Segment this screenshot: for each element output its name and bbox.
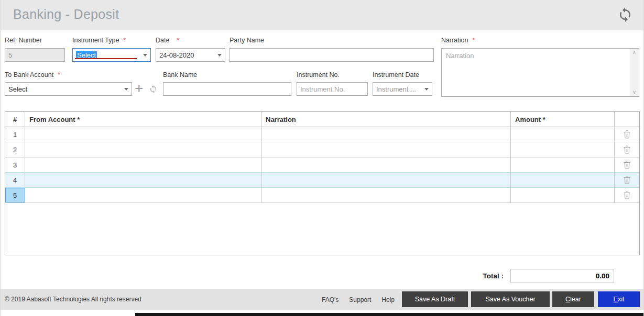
table-row: 3 [5,157,639,173]
refresh-icon[interactable] [617,7,633,22]
banking-deposit-window: Banking - Deposit Ref. Number Instrument… [0,0,644,316]
table-row-selected: 5 [5,188,639,203]
header-bar: Banking - Deposit [1,0,643,30]
scrollbar[interactable]: ∧ ∨ [630,49,639,96]
save-as-voucher-button[interactable]: Save As Voucher [471,291,550,307]
narration-cell[interactable] [261,127,511,142]
instrument-date-dropdown[interactable]: Instrument ... [373,82,432,96]
save-as-draft-button[interactable]: Save As Draft [402,291,468,307]
instrument-type-dropdown[interactable]: Select [72,48,151,62]
grid-header-row: # From Account * Narration Amount * [5,112,639,127]
clear-button[interactable]: Clear [552,291,594,307]
date-label: Date* [156,37,179,44]
party-name-label: Party Name [230,37,264,44]
scroll-down-icon[interactable]: ∨ [632,90,636,95]
reload-accounts-icon[interactable] [149,85,158,94]
add-account-icon[interactable]: + [135,81,143,96]
row-selector-cell[interactable]: 4 [5,173,25,187]
bank-name-input[interactable] [163,82,291,96]
instrument-no-input[interactable] [297,82,368,96]
delete-row-button[interactable] [615,142,639,157]
chevron-down-icon [217,54,222,57]
date-dropdown[interactable]: 24-08-2020 [156,48,225,62]
bank-name-label: Bank Name [163,71,197,78]
row-selector-cell[interactable]: 1 [5,127,25,142]
delete-row-button[interactable] [615,127,639,142]
delete-row-button[interactable] [615,188,639,202]
delete-row-button[interactable] [615,157,639,172]
validation-error-underline [75,58,137,59]
from-account-cell[interactable] [25,173,261,187]
trash-icon [623,191,631,199]
table-row: 2 [5,142,639,157]
trash-icon [623,161,631,169]
col-header-from-account: From Account * [25,112,261,127]
amount-cell[interactable] [511,188,615,202]
to-bank-account-dropdown[interactable]: Select [5,82,132,96]
total-input [510,269,614,283]
exit-button[interactable]: Exit [598,291,640,307]
ref-number-label: Ref. Number [5,37,42,44]
trash-icon [623,176,631,184]
table-row: 1 [5,127,639,142]
faqs-link[interactable]: FAQ's [322,296,339,303]
chevron-down-icon [424,88,429,91]
col-header-index: # [5,112,25,127]
scroll-up-icon[interactable]: ∧ [632,50,636,55]
amount-cell[interactable] [511,127,615,142]
row-selector-cell[interactable]: 3 [5,157,25,172]
narration-cell[interactable] [261,173,511,187]
row-selector-cell[interactable]: 2 [5,142,25,157]
table-row-highlighted: 4 [5,173,639,188]
support-link[interactable]: Support [349,296,371,303]
required-asterisk: * [177,37,179,44]
instrument-no-label: Instrument No. [297,71,340,78]
deposit-lines-grid: # From Account * Narration Amount * 1 2 [5,111,640,255]
narration-textarea[interactable]: Narration ∧ ∨ [441,48,639,97]
amount-cell[interactable] [511,173,615,187]
copyright-text: © 2019 Aabasoft Technologies All rights … [5,296,141,303]
narration-cell[interactable] [261,142,511,157]
narration-placeholder: Narration [442,49,630,96]
from-account-cell[interactable] [25,188,261,202]
narration-cell[interactable] [261,157,511,172]
footer-bar: © 2019 Aabasoft Technologies All rights … [1,289,643,310]
from-account-cell[interactable] [25,127,261,142]
total-label: Total : [446,272,504,280]
narration-cell[interactable] [261,188,511,202]
required-asterisk: * [123,37,126,44]
party-name-input[interactable] [230,48,434,62]
to-bank-account-label: To Bank Account* [5,71,60,78]
ref-number-input [5,48,65,62]
delete-row-button[interactable] [615,173,639,187]
help-link[interactable]: Help [381,296,395,303]
chevron-down-icon [143,54,147,57]
taskbar-edge [135,313,643,316]
col-header-narration: Narration [261,112,511,127]
narration-label: Narration* [441,37,475,44]
from-account-cell[interactable] [25,142,261,157]
trash-icon [623,130,631,139]
instrument-type-label: Instrument Type* [72,37,126,44]
trash-icon [623,145,631,154]
required-asterisk: * [472,37,475,44]
chevron-down-icon [124,88,128,91]
row-selector-cell-selected[interactable]: 5 [5,188,25,202]
page-title: Banking - Deposit [13,7,119,22]
col-header-actions [615,112,639,127]
col-header-amount: Amount * [511,112,615,127]
amount-cell[interactable] [511,157,615,172]
required-asterisk: * [58,71,60,78]
amount-cell[interactable] [511,142,615,157]
footer-links: FAQ's Support Help [322,296,395,303]
instrument-date-label: Instrument Date [373,71,419,78]
from-account-cell[interactable] [25,157,261,172]
